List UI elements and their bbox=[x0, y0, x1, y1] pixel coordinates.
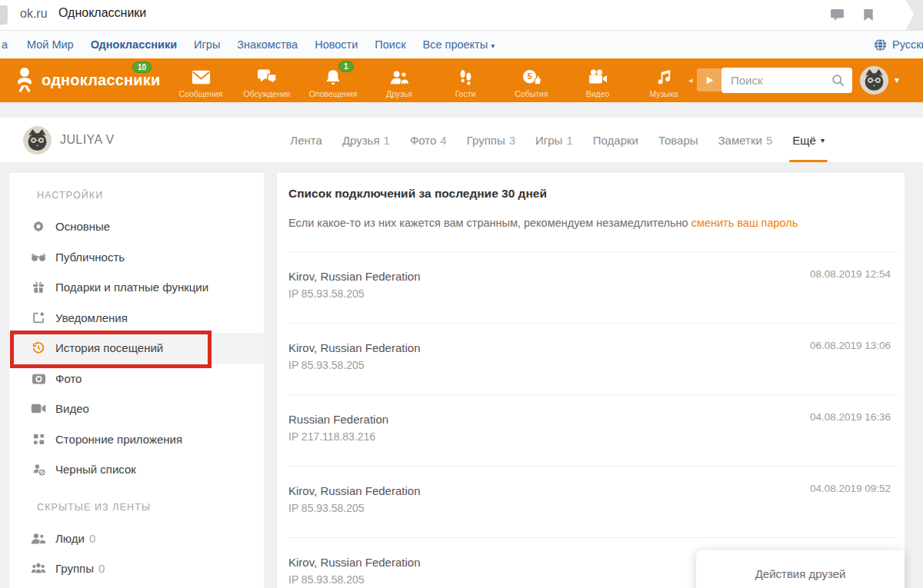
sidebar-hidden-item-1[interactable]: Группы0 bbox=[9, 553, 264, 584]
connection-ip: IP 85.93.58.205 bbox=[288, 502, 365, 514]
profile-tab-4[interactable]: Игры1 bbox=[535, 118, 573, 162]
connection-ip: IP 217.118.83.216 bbox=[288, 430, 375, 443]
sidebar-hidden-items: Люди0Группы0 bbox=[9, 523, 264, 584]
connection-location: Kirov, Russian Federation bbox=[288, 484, 420, 497]
sidebar-item-label: Черный список bbox=[55, 463, 136, 476]
header-nav-envelope[interactable]: Сообщения bbox=[168, 58, 234, 102]
sidebar-item-6[interactable]: Видео bbox=[9, 394, 264, 424]
topnav-item-6[interactable]: Все проекты▾ bbox=[423, 38, 495, 51]
sidebar-item-label: Фото bbox=[55, 372, 82, 385]
notifications-icon bbox=[31, 311, 46, 324]
profile-avatar[interactable] bbox=[23, 126, 52, 154]
tab-count: 5 bbox=[766, 134, 772, 147]
topnav-item-5[interactable]: Поиск bbox=[375, 38, 405, 51]
sidebar-item-1[interactable]: Публичность bbox=[9, 242, 264, 273]
header-nav-chat-bubbles[interactable]: Обсуждения bbox=[234, 58, 300, 102]
profile-tab-1[interactable]: Друзья1 bbox=[342, 118, 390, 162]
connection-datetime: 08.08.2019 12:54 bbox=[810, 268, 891, 280]
topnav-item-3[interactable]: Знакомства bbox=[237, 38, 298, 51]
page-title: Список подключений за последние 30 дней bbox=[277, 173, 905, 201]
browser-tab-stub[interactable] bbox=[0, 5, 8, 25]
friends-actions-popup[interactable]: Действия друзей bbox=[696, 550, 905, 588]
bookmark-icon[interactable] bbox=[863, 8, 874, 22]
sidebar-item-2[interactable]: Подарки и платные функции bbox=[9, 272, 264, 303]
profile-tab-6[interactable]: Товары bbox=[658, 118, 698, 162]
blocked-user-icon bbox=[31, 463, 46, 476]
language-selector[interactable]: Русский bbox=[874, 38, 923, 51]
profile-bar: JULIYA V ЛентаДрузья1Фото4Группы3Игры1По… bbox=[0, 118, 923, 162]
events-icon: 5 bbox=[521, 68, 541, 86]
sidebar-item-0[interactable]: Основные bbox=[9, 211, 264, 242]
video-camera-icon bbox=[31, 402, 46, 415]
connection-ip: IP 85.93.58.205 bbox=[288, 573, 365, 586]
play-icon bbox=[705, 75, 715, 85]
portal-navbar: а Мой МирОдноклассникиИгрыЗнакомстваНово… bbox=[0, 31, 923, 58]
sidebar-item-label: История посещений bbox=[55, 341, 163, 354]
header-nav-label: Видео bbox=[586, 89, 610, 98]
people-icon bbox=[31, 532, 46, 545]
header-nav-label: Сообщения bbox=[179, 89, 223, 98]
sidebar-item-label: Видео bbox=[55, 402, 89, 415]
header-nav-label: Гости bbox=[455, 89, 476, 98]
header-nav-label: События bbox=[515, 89, 548, 98]
envelope-icon bbox=[192, 68, 211, 86]
header-search[interactable]: Поиск bbox=[721, 68, 852, 93]
tab-count: 3 bbox=[509, 134, 515, 147]
profile-name[interactable]: JULIYA V bbox=[60, 133, 115, 147]
sidebar-item-count: 0 bbox=[98, 562, 105, 575]
topnav-item-2[interactable]: Игры bbox=[194, 38, 220, 51]
profile-tab-0[interactable]: Лента bbox=[290, 118, 322, 162]
profile-tab-7[interactable]: Заметки5 bbox=[718, 118, 773, 162]
connection-location: Kirov, Russian Federation bbox=[288, 556, 420, 569]
header-nav-footprints[interactable]: Гости bbox=[432, 58, 498, 102]
dropdown-caret-icon: ▾ bbox=[491, 42, 495, 50]
svg-text:5: 5 bbox=[528, 71, 532, 81]
sidebar-item-4[interactable]: История посещений bbox=[9, 333, 264, 364]
sidebar-hidden-item-0[interactable]: Люди0 bbox=[9, 523, 264, 554]
header-nav-music-note[interactable]: Музыка bbox=[631, 58, 697, 102]
header-nav-people[interactable]: Друзья bbox=[366, 58, 432, 102]
profile-tab-2[interactable]: Фото4 bbox=[410, 118, 447, 162]
profile-tab-8[interactable]: Ещё▾ bbox=[792, 118, 825, 162]
connection-datetime: 04.08.2019 16:36 bbox=[810, 411, 891, 423]
profile-tab-3[interactable]: Группы3 bbox=[467, 118, 515, 162]
ok-logo[interactable]: одноклассники 10 bbox=[10, 65, 161, 95]
sidebar-item-3[interactable]: Уведомления bbox=[9, 303, 264, 334]
language-label: Русский bbox=[892, 38, 923, 51]
header-nav-bell[interactable]: 1Оповещения bbox=[300, 58, 366, 102]
page: ok.ru Одноклассники а Мой МирОдноклассни… bbox=[0, 0, 923, 588]
sidebar-item-8[interactable]: Черный список bbox=[9, 454, 264, 485]
connection-row: Kirov, Russian FederationIP 85.93.58.205… bbox=[288, 467, 898, 538]
sidebar-settings-items: ОсновныеПубличностьПодарки и платные фун… bbox=[9, 211, 264, 485]
toolbar-notch bbox=[906, 0, 923, 30]
gift-icon bbox=[31, 281, 46, 294]
connection-ip: IP 85.93.58.205 bbox=[288, 359, 365, 371]
user-avatar[interactable] bbox=[860, 66, 888, 95]
topnav-item-4[interactable]: Новости bbox=[315, 38, 358, 51]
comments-icon[interactable] bbox=[830, 8, 845, 22]
sidebar-item-7[interactable]: Сторонние приложения bbox=[9, 424, 264, 455]
apps-grid-icon bbox=[31, 433, 46, 446]
topnav-item-0[interactable]: Мой Мир bbox=[27, 38, 74, 51]
more-caret-icon: ▾ bbox=[821, 136, 825, 145]
ok-logo-icon bbox=[10, 65, 39, 95]
header-nav-movie-camera[interactable]: Видео bbox=[565, 58, 631, 102]
music-promo-button[interactable]: ◂ bbox=[697, 68, 722, 91]
user-menu-caret-icon[interactable]: ▾ bbox=[895, 75, 899, 85]
sidebar-item-count: 0 bbox=[89, 532, 95, 545]
topnav-partial-item[interactable]: а bbox=[2, 38, 8, 51]
hint-text: Если какое-то из них кажется вам странны… bbox=[288, 217, 688, 229]
header-nav-label: Друзья bbox=[386, 89, 412, 98]
change-password-link[interactable]: сменить ваш пароль bbox=[691, 217, 798, 229]
connection-location: Russian Federation bbox=[288, 413, 388, 426]
sidebar-item-5[interactable]: Фото bbox=[9, 364, 264, 394]
topnav-item-1[interactable]: Одноклассники bbox=[91, 38, 177, 51]
search-placeholder: Поиск bbox=[731, 74, 831, 87]
history-icon bbox=[31, 341, 46, 354]
profile-tabs: ЛентаДрузья1Фото4Группы3Игры1ПодаркиТова… bbox=[290, 118, 825, 162]
search-icon[interactable] bbox=[831, 74, 845, 87]
logo-notification-badge: 10 bbox=[132, 61, 152, 73]
profile-tab-5[interactable]: Подарки bbox=[593, 118, 638, 162]
connection-location: Kirov, Russian Federation bbox=[288, 270, 420, 283]
header-nav-events[interactable]: 5События bbox=[498, 58, 565, 102]
